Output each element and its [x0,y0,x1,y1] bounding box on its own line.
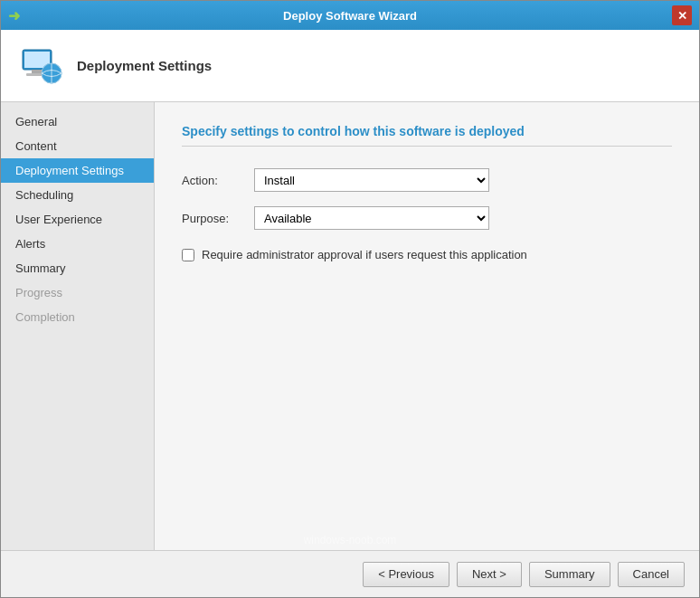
window-title: Deploy Software Wizard [283,9,417,23]
next-button[interactable]: Next > [457,562,522,587]
content-area: General Content Deployment Settings Sche… [1,102,699,550]
purpose-row: Purpose: Available Required [182,206,672,230]
sidebar-item-user-experience[interactable]: User Experience [1,207,154,232]
sidebar-item-alerts[interactable]: Alerts [1,232,154,256]
section-title: Specify settings to control how this sof… [182,124,672,147]
checkbox-row: Require administrator approval if users … [182,248,672,261]
action-label: Action: [182,174,254,187]
header-title: Deployment Settings [77,58,212,73]
purpose-select[interactable]: Available Required [254,206,489,230]
close-button[interactable]: ✕ [672,5,692,25]
title-bar: ➜ Deploy Software Wizard ✕ [1,1,699,30]
sidebar-item-completion: Completion [1,305,154,329]
purpose-label: Purpose: [182,212,254,225]
header-bar: Deployment Settings [1,30,699,102]
sidebar-item-summary[interactable]: Summary [1,256,154,280]
action-select[interactable]: Install Uninstall [254,168,489,192]
action-row: Action: Install Uninstall [182,168,672,192]
sidebar-item-general[interactable]: General [1,109,154,134]
sidebar: General Content Deployment Settings Sche… [1,102,155,550]
previous-button[interactable]: < Previous [363,562,449,587]
sidebar-item-progress: Progress [1,280,154,305]
deployment-icon [19,44,62,88]
sidebar-item-deployment-settings[interactable]: Deployment Settings [1,158,154,183]
main-content: Specify settings to control how this sof… [155,102,699,550]
cancel-button[interactable]: Cancel [618,562,685,587]
title-bar-left: ➜ [8,7,20,24]
title-arrow-icon: ➜ [8,7,20,24]
admin-approval-label: Require administrator approval if users … [202,248,527,261]
svg-rect-2 [32,70,43,73]
sidebar-item-content[interactable]: Content [1,134,154,158]
admin-approval-checkbox[interactable] [182,249,194,261]
sidebar-item-scheduling[interactable]: Scheduling [1,183,154,207]
footer: < Previous Next > Summary Cancel [1,550,699,597]
summary-button[interactable]: Summary [529,562,610,587]
wizard-window: ➜ Deploy Software Wizard ✕ Deployment Se… [0,0,700,598]
